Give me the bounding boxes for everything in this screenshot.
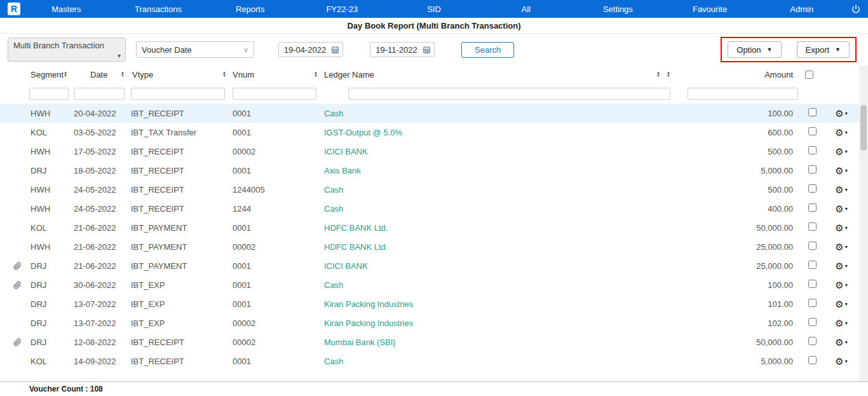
ledger-link[interactable]: Cash <box>324 109 343 118</box>
row-checkbox[interactable] <box>808 261 817 269</box>
row-actions-gear-icon[interactable]: ⚙ ▾ <box>824 223 859 233</box>
nav-item-admin[interactable]: Admin <box>756 4 848 14</box>
row-checkbox[interactable] <box>808 222 817 231</box>
row-checkbox[interactable] <box>808 108 817 116</box>
ledger-link[interactable]: Axis Bank <box>324 166 361 175</box>
row-actions-gear-icon[interactable]: ⚙ ▾ <box>824 109 859 118</box>
table-row[interactable]: HWH 20-04-2022 IBT_RECEIPT 0001 Cash 100… <box>0 104 868 123</box>
vertical-scrollbar[interactable] <box>859 65 868 381</box>
table-row[interactable]: KOL 14-09-2022 IBT_RECEIPT 0001 Cash 5,0… <box>0 352 868 371</box>
table-row[interactable]: DRJ 21-06-2022 IBT_PAYMENT 0001 ICICI BA… <box>0 256 868 275</box>
ledger-link[interactable]: Cash <box>324 204 343 214</box>
filter-vtype-input[interactable] <box>131 88 225 100</box>
ledger-link[interactable]: Cash <box>324 185 343 195</box>
table-row[interactable]: DRJ 18-05-2022 IBT_RECEIPT 0001 Axis Ban… <box>0 161 868 180</box>
app-logo[interactable]: R <box>8 3 20 15</box>
ledger-link[interactable]: IGST-Output @ 5.0% <box>324 128 402 137</box>
ledger-link[interactable]: HDFC BANK Ltd. <box>324 223 388 233</box>
calendar-icon[interactable] <box>423 46 431 54</box>
row-checkbox[interactable] <box>808 203 817 212</box>
header-amount[interactable]: Amount <box>677 70 801 79</box>
nav-item-favourite[interactable]: Favourite <box>664 4 756 14</box>
filter-date-input[interactable] <box>74 88 125 100</box>
option-button[interactable]: Option ▼ <box>728 41 781 58</box>
ledger-link[interactable]: Kiran Packing Industries <box>324 318 413 328</box>
header-segment[interactable]: Segment ▲▼ <box>28 70 74 79</box>
nav-item-sid[interactable]: SID <box>388 4 480 14</box>
row-checkbox[interactable] <box>808 356 817 364</box>
nav-item-all[interactable]: All <box>480 4 572 14</box>
ledger-link[interactable]: Mumbai Bank (SBI) <box>324 338 396 347</box>
row-actions-gear-icon[interactable]: ⚙ ▾ <box>824 185 859 195</box>
search-button[interactable]: Search <box>461 42 514 58</box>
scrollbar-thumb[interactable] <box>860 105 867 151</box>
row-actions-gear-icon[interactable]: ⚙ ▾ <box>824 318 859 328</box>
ledger-link[interactable]: Cash <box>324 357 343 366</box>
ledger-link[interactable]: ICICI BANK <box>324 147 368 156</box>
table-row[interactable]: DRJ 30-06-2022 IBT_EXP 0001 Cash 100.00 … <box>0 275 868 294</box>
row-actions-gear-icon[interactable]: ⚙ ▾ <box>824 338 859 347</box>
to-date-input[interactable] <box>373 44 420 55</box>
header-date[interactable]: Date ▲▼ <box>74 70 131 79</box>
table-row[interactable]: KOL 03-05-2022 IBT_TAX Transfer 0001 IGS… <box>0 123 868 142</box>
row-actions-gear-icon[interactable]: ⚙ ▾ <box>824 147 859 156</box>
row-actions-gear-icon[interactable]: ⚙ ▾ <box>824 204 859 214</box>
to-date-field <box>370 42 435 57</box>
row-actions-gear-icon[interactable]: ⚙ ▾ <box>824 261 859 271</box>
table-row[interactable]: DRJ 13-07-2022 IBT_EXP 0001 Kiran Packin… <box>0 294 868 313</box>
row-checkbox[interactable] <box>808 318 817 326</box>
row-checkbox[interactable] <box>808 299 817 307</box>
sort-icon[interactable]: ▲▼ <box>656 71 660 78</box>
row-checkbox[interactable] <box>808 127 817 135</box>
filter-amount-input[interactable] <box>688 88 798 100</box>
sort-icon[interactable]: ▲▼ <box>667 71 670 78</box>
nav-item-reports[interactable]: Reports <box>204 4 296 14</box>
nav-item-fy22-23[interactable]: FY22-23 <box>296 4 388 14</box>
power-logout-icon[interactable] <box>851 4 860 13</box>
ledger-link[interactable]: Kiran Packing Industries <box>324 299 413 309</box>
table-row[interactable]: HWH 24-05-2022 IBT_RECEIPT 1244005 Cash … <box>0 180 868 199</box>
row-checkbox[interactable] <box>808 165 817 174</box>
row-checkbox[interactable] <box>808 146 817 154</box>
table-row[interactable]: HWH 21-06-2022 IBT_PAYMENT 00002 HDFC BA… <box>0 237 868 256</box>
date-field-select[interactable]: Voucher Date ∨ <box>136 41 254 58</box>
row-actions-gear-icon[interactable]: ⚙ ▾ <box>824 280 859 290</box>
row-actions-gear-icon[interactable]: ⚙ ▾ <box>824 128 859 137</box>
calendar-icon[interactable] <box>331 46 339 54</box>
header-ledger-name[interactable]: Ledger Name ▲▼ ▲▼ <box>324 70 677 79</box>
cell-amount: 5,000.00 <box>677 166 801 175</box>
sort-icon[interactable]: ▲▼ <box>314 71 318 78</box>
row-checkbox[interactable] <box>808 280 817 288</box>
sort-icon[interactable]: ▲▼ <box>222 71 226 78</box>
row-actions-gear-icon[interactable]: ⚙ ▾ <box>824 299 859 309</box>
ledger-link[interactable]: ICICI BANK <box>324 261 368 271</box>
table-row[interactable]: KOL 21-06-2022 IBT_PAYMENT 0001 HDFC BAN… <box>0 218 868 237</box>
table-row[interactable]: HWH 17-05-2022 IBT_RECEIPT 00002 ICICI B… <box>0 142 868 161</box>
filter-segment-input[interactable] <box>29 88 69 100</box>
row-actions-gear-icon[interactable]: ⚙ ▾ <box>824 166 859 175</box>
row-actions-gear-icon[interactable]: ⚙ ▾ <box>824 242 859 252</box>
row-checkbox[interactable] <box>808 337 817 345</box>
filter-ledger-input[interactable] <box>348 88 670 100</box>
header-vtype[interactable]: Vtype ▲▼ <box>131 70 233 79</box>
nav-item-settings[interactable]: Settings <box>572 4 664 14</box>
ledger-link[interactable]: HDFC BANK Ltd. <box>324 242 388 252</box>
report-type-select[interactable]: Multi Branch Transaction ▾ <box>8 38 126 62</box>
table-row[interactable]: DRJ 12-08-2022 IBT_RECEIPT 00002 Mumbai … <box>0 332 868 352</box>
header-vnum[interactable]: Vnum ▲▼ <box>233 70 324 79</box>
nav-item-transactions[interactable]: Transactions <box>112 4 205 14</box>
sort-icon[interactable]: ▲▼ <box>121 71 125 78</box>
ledger-link[interactable]: Cash <box>324 280 343 290</box>
row-checkbox[interactable] <box>808 184 817 193</box>
export-button[interactable]: Export ▼ <box>797 41 850 58</box>
row-checkbox[interactable] <box>808 242 817 250</box>
cell-vnum: 0001 <box>233 357 324 366</box>
from-date-input[interactable] <box>281 44 329 55</box>
nav-item-masters[interactable]: Masters <box>20 4 112 14</box>
table-row[interactable]: HWH 24-05-2022 IBT_RECEIPT 1244 Cash 400… <box>0 199 868 218</box>
row-actions-gear-icon[interactable]: ⚙ ▾ <box>824 357 859 366</box>
filter-vnum-input[interactable] <box>233 88 316 100</box>
select-all-checkbox[interactable] <box>805 71 813 79</box>
table-row[interactable]: DRJ 13-07-2022 IBT_EXP 00002 Kiran Packi… <box>0 313 868 332</box>
sort-icon[interactable]: ▲▼ <box>64 71 67 78</box>
